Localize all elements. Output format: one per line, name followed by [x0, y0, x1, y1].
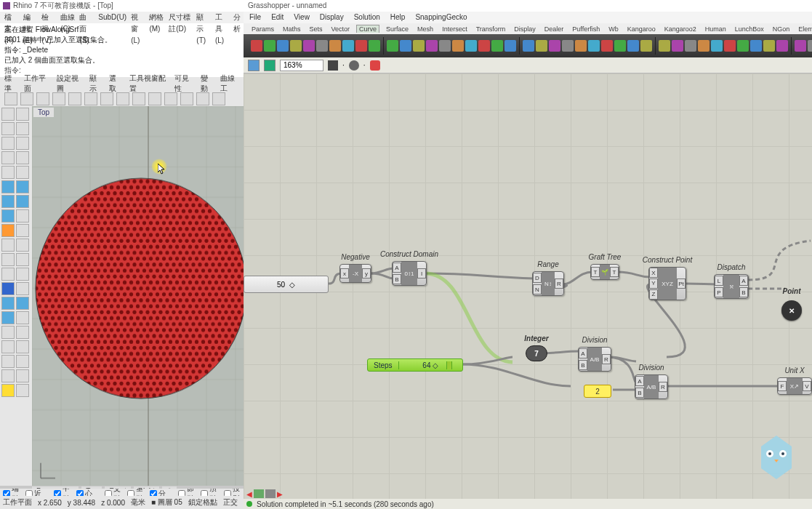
- rotate3d-icon[interactable]: [16, 355, 29, 368]
- ribbon-icon[interactable]: [491, 40, 503, 52]
- mesh-icon[interactable]: [1, 195, 15, 208]
- ribbon-icon[interactable]: [536, 40, 547, 52]
- trim-icon[interactable]: [1, 253, 15, 266]
- solid-icon[interactable]: [16, 180, 29, 193]
- ribbon-icon[interactable]: [601, 40, 613, 52]
- tab-surface[interactable]: Surface: [384, 25, 411, 33]
- ribbon-icon[interactable]: [303, 40, 315, 52]
- ptcloud-icon[interactable]: [1, 282, 15, 295]
- orient-icon[interactable]: [16, 369, 29, 382]
- ribbon-icon[interactable]: [505, 40, 516, 52]
- polyline-icon[interactable]: [16, 122, 29, 135]
- tab-vector[interactable]: Vector: [329, 25, 353, 33]
- node-point-param[interactable]: Point ✕: [781, 300, 802, 321]
- port-t[interactable]: T: [610, 267, 619, 277]
- redo-icon[interactable]: [132, 92, 145, 105]
- port-a[interactable]: A: [635, 376, 644, 386]
- hatch-icon[interactable]: [16, 282, 29, 295]
- tab-cplane[interactable]: 工作平面: [24, 73, 49, 94]
- panel-2[interactable]: 2: [584, 385, 611, 398]
- ribbon-icon[interactable]: [316, 40, 328, 52]
- port-n[interactable]: N: [533, 284, 542, 294]
- cage-icon[interactable]: [16, 224, 29, 237]
- tab-wb[interactable]: Wb: [606, 25, 621, 33]
- ribbon-icon[interactable]: [763, 40, 775, 52]
- ribbon-icon[interactable]: [251, 40, 262, 52]
- new-icon[interactable]: [4, 92, 17, 105]
- gh-menu-file[interactable]: File: [249, 12, 261, 23]
- tab-display[interactable]: 顯示: [89, 73, 102, 94]
- node-integer[interactable]: Integer 7: [526, 345, 547, 361]
- offset-icon[interactable]: [1, 326, 15, 339]
- ribbon-icon[interactable]: [737, 40, 749, 52]
- port-x[interactable]: x: [340, 268, 349, 278]
- port-d[interactable]: D: [533, 273, 542, 283]
- slider-steps[interactable]: Steps 64 ◇: [367, 358, 463, 372]
- node-range[interactable]: Range DN N↕ R: [532, 271, 564, 296]
- arc-icon[interactable]: [16, 137, 29, 150]
- node-negative[interactable]: Negative x -X y: [339, 264, 371, 283]
- rotate-icon[interactable]: [164, 92, 177, 105]
- tab-curvetools[interactable]: 曲線工: [220, 73, 239, 94]
- flow-icon[interactable]: [1, 224, 15, 237]
- ribbon-icon[interactable]: [659, 40, 670, 52]
- node-unit-x[interactable]: Unit X F X↗ V: [777, 377, 812, 395]
- array-icon[interactable]: [1, 340, 15, 353]
- zoom-input[interactable]: 163%: [280, 60, 323, 71]
- gh-menu-display[interactable]: Display: [320, 12, 344, 23]
- ribbon-icon[interactable]: [465, 40, 477, 52]
- ribbon-icon[interactable]: [724, 40, 736, 52]
- port-y[interactable]: y: [362, 268, 371, 278]
- port-y[interactable]: Y: [649, 278, 658, 289]
- lasso-icon[interactable]: [16, 108, 29, 121]
- leader-icon[interactable]: [16, 239, 29, 252]
- tab-transform[interactable]: Transform: [474, 25, 508, 33]
- gh-menu-view[interactable]: View: [294, 12, 310, 23]
- port-b[interactable]: B: [739, 287, 748, 297]
- gh-menu-bar[interactable]: File Edit View Display Solution Help Sna…: [244, 12, 812, 23]
- zebra-icon[interactable]: [16, 384, 29, 397]
- menu-transform[interactable]: 顯示(T): [195, 12, 212, 23]
- copy-icon[interactable]: [84, 92, 97, 105]
- menu-edit[interactable]: 編輯(E): [22, 12, 39, 23]
- menu-solid[interactable]: 視窗(L): [129, 12, 146, 23]
- paste-icon[interactable]: [100, 92, 113, 105]
- node-dispatch[interactable]: Dispatch LP ⤲ AB: [714, 274, 749, 299]
- tab-lunchbox[interactable]: LunchBox: [733, 25, 766, 33]
- tab-mesh[interactable]: Mesh: [415, 25, 435, 33]
- fillet-icon[interactable]: [16, 326, 29, 339]
- dim-icon[interactable]: [1, 239, 15, 252]
- port-f[interactable]: F: [778, 381, 787, 391]
- port-r[interactable]: R: [555, 278, 563, 289]
- tab-intersect[interactable]: Intersect: [440, 25, 470, 33]
- ellipse-icon[interactable]: [16, 166, 29, 179]
- gh-menu-snapping[interactable]: SnappingGecko: [415, 12, 467, 23]
- tab-dealer[interactable]: Dealer: [542, 25, 566, 33]
- ribbon-icon[interactable]: [672, 40, 683, 52]
- loft-icon[interactable]: [16, 297, 29, 310]
- ribbon-icon[interactable]: [614, 40, 626, 52]
- align-icon[interactable]: [1, 369, 15, 382]
- ribbon-icon[interactable]: [264, 40, 276, 52]
- tab-sets[interactable]: Sets: [307, 25, 325, 33]
- menu-view[interactable]: 檢視(V): [40, 12, 57, 23]
- ribbon-icon[interactable]: [277, 40, 289, 52]
- explode-icon[interactable]: [16, 268, 29, 281]
- doc-tab[interactable]: [254, 489, 264, 498]
- slider-grip[interactable]: [446, 361, 452, 369]
- ribbon-icon[interactable]: [290, 40, 302, 52]
- zoom-fit-icon[interactable]: [328, 60, 338, 71]
- tab-kangaroo[interactable]: Kangaroo: [625, 25, 658, 33]
- ribbon-icon[interactable]: [627, 40, 639, 52]
- node-division-1[interactable]: Division AB A/B R: [578, 347, 611, 372]
- curve-icon[interactable]: [1, 166, 15, 179]
- sketch-icon[interactable]: [370, 60, 380, 71]
- port-a[interactable]: A: [739, 276, 748, 286]
- viewport-label[interactable]: Top: [33, 108, 54, 117]
- ribbon-icon[interactable]: [426, 40, 438, 52]
- ribbon-icon[interactable]: [808, 40, 812, 52]
- join-icon[interactable]: [1, 268, 15, 281]
- gh-component-tabs[interactable]: Params Maths Sets Vector Curve Surface M…: [244, 23, 812, 34]
- port-i[interactable]: I: [417, 268, 426, 278]
- tab-curve[interactable]: Curve: [356, 25, 379, 33]
